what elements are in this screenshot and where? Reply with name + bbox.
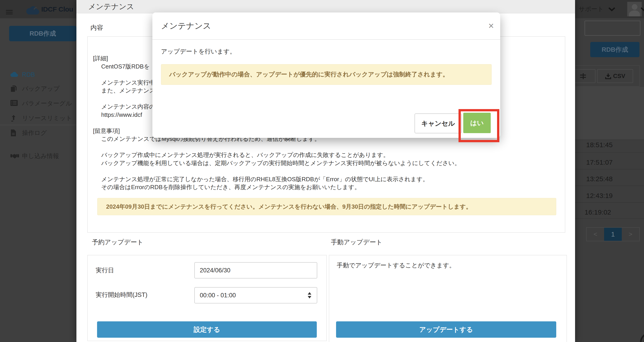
sidebar-item-parameter-group[interactable]: パラメーターグル [0, 99, 76, 108]
manual-update-title: 手動アップデート [331, 238, 382, 247]
sidebar-item-label: パラメーターグル [22, 99, 72, 108]
scheduled-update-box: 実行日 実行開始時間(JST) 00:00 - 01:00 設定する [87, 255, 327, 341]
dialog-body-text: アップデートを行います。 [161, 48, 236, 56]
table-row[interactable]: 13:25:48 [575, 175, 644, 183]
dialog-header: メンテナンス × [152, 12, 500, 40]
close-icon[interactable]: × [488, 20, 494, 32]
sidebar-item-resource-limit[interactable]: リソースリミット [0, 114, 76, 123]
maintenance-dialog: メンテナンス × アップデートを行います。 バックアップが動作中の場合、アップデ… [152, 12, 500, 138]
corner-widget-icon[interactable] [640, 332, 644, 342]
csv-label: CSV [613, 72, 625, 80]
set-schedule-button[interactable]: 設定する [97, 321, 317, 338]
row-divider [575, 186, 644, 186]
sidebar-item-label: リソースリミット [22, 114, 72, 123]
create-rdb-button[interactable]: RDB作成 [590, 42, 640, 57]
sidebar-item-application-info[interactable]: 申し込み情報 [0, 152, 76, 160]
deadline-notice: 2024年09月30日までにメンテナンスを行ってください。メンテナンスを行わない… [97, 198, 556, 215]
start-time-value: 00:00 - 01:00 [200, 292, 236, 299]
sidebar: RDB作成 RDB バックアップ パラメーターグル [0, 18, 76, 342]
sidebar-create-rdb-button[interactable]: RDB作成 [9, 26, 76, 41]
avatar[interactable] [627, 2, 642, 16]
sidebar-item-label: 申し込み情報 [22, 152, 59, 160]
file-icon [10, 129, 16, 136]
screen: IDCF Clou サポート RDB作成 RDB バックアップ [0, 0, 644, 342]
execution-date-input[interactable] [194, 262, 317, 278]
stepper-icon [308, 292, 311, 298]
dialog-warning: バックアップが動作中の場合、アップデートが優先的に実行されバックアップは強制終了… [161, 64, 492, 85]
sidebar-item-backup[interactable]: バックアップ [0, 84, 76, 93]
timestamp-cell: 16:19:02 [584, 208, 611, 216]
execution-date-label: 実行日 [96, 266, 114, 274]
row-divider [575, 169, 644, 170]
menu-icon[interactable] [6, 10, 13, 16]
upload-arrow-icon [10, 114, 17, 122]
manual-update-button[interactable]: アップデートする [336, 321, 556, 338]
page-title: メンテナンス [88, 0, 134, 13]
csv-download-button[interactable]: CSV [597, 69, 633, 83]
pagination: < 1 > [586, 227, 640, 241]
panel-header: メンテナンス [76, 0, 575, 14]
list-icon [10, 100, 18, 106]
timestamp-cell: 13:25:48 [586, 175, 613, 183]
pagination-prev[interactable]: < [587, 228, 604, 241]
pagination-next[interactable]: > [622, 228, 639, 241]
table-row[interactable]: 17:51:07 [575, 158, 644, 166]
row-divider [575, 152, 644, 153]
row-divider [575, 218, 644, 219]
table-row[interactable]: 18:51:45 [575, 141, 644, 149]
annotation-highlight-box [458, 109, 499, 142]
dialog-title: メンテナンス [161, 12, 211, 39]
timestamp-cell: 18:51:45 [586, 141, 613, 149]
logo-text[interactable]: IDCF Clou [41, 0, 73, 18]
table-header-band [575, 87, 644, 140]
filter-icon [580, 73, 586, 80]
sidebar-item-label: RDB [22, 70, 35, 79]
download-icon [605, 73, 611, 80]
start-time-label: 実行開始時間(JST) [96, 291, 148, 299]
sidebar-divider [0, 125, 76, 125]
table-row[interactable]: 16:19:02 [575, 208, 644, 216]
sidebar-item-label: バックアップ [22, 84, 60, 93]
sidebar-item-operation-log[interactable]: 操作ログ [0, 128, 76, 138]
sidebar-item-rdb[interactable]: RDB [0, 70, 76, 79]
table-row[interactable]: 12:43:19 [575, 192, 644, 200]
support-menu[interactable]: サポート [579, 0, 604, 18]
cloud-icon [10, 71, 18, 78]
chevron-down-icon [609, 8, 615, 12]
timestamp-cell: 17:51:07 [586, 158, 613, 166]
start-time-select[interactable]: 00:00 - 01:00 [194, 287, 317, 304]
manual-update-box: 手動でアップデートすることができます。 アップデートする [329, 255, 567, 342]
search-input[interactable] [584, 21, 640, 36]
handshake-icon [10, 152, 19, 159]
manual-update-description: 手動でアップデートすることができます。 [337, 261, 455, 270]
scheduled-update-title: 予約アップデート [92, 238, 143, 247]
content-section-label: 内容 [90, 23, 103, 32]
cancel-button[interactable]: キャンセル [414, 114, 462, 133]
timestamp-cell: 12:43:19 [586, 192, 613, 200]
person-icon [632, 4, 638, 10]
row-divider [575, 202, 644, 203]
sidebar-item-label: 操作ログ [22, 128, 47, 138]
idcf-cloud-logo-icon [25, 6, 40, 16]
pagination-current[interactable]: 1 [604, 228, 622, 241]
chevron-down-icon [641, 8, 644, 12]
copy-icon [10, 85, 18, 92]
